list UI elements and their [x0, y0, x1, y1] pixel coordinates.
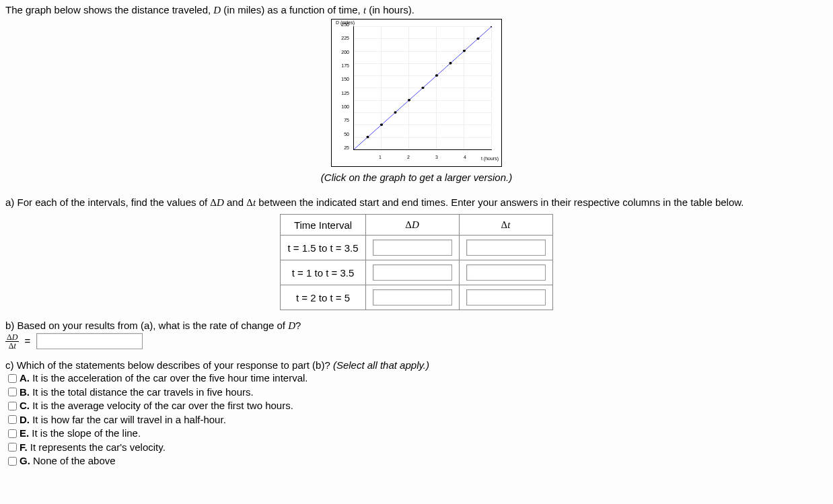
col-header-dd: ΔD — [365, 215, 459, 236]
choice-c[interactable]: C. It is the average velocity of the car… — [5, 400, 828, 413]
svg-point-7 — [463, 50, 466, 52]
part-a-prompt: a) For each of the intervals, find the v… — [5, 196, 828, 209]
table-row: t = 1 to t = 3.5 — [281, 260, 552, 285]
interval-label: t = 1.5 to t = 3.5 — [281, 236, 365, 260]
svg-point-0 — [366, 136, 369, 139]
svg-point-9 — [491, 26, 492, 28]
input-dt-3[interactable] — [466, 289, 546, 305]
equals-sign: = — [25, 335, 31, 347]
intro-text: The graph below shows the distance trave… — [5, 4, 828, 16]
input-dt-1[interactable] — [466, 240, 546, 256]
interval-label: t = 2 to t = 5 — [281, 285, 365, 310]
interval-label: t = 1 to t = 3.5 — [281, 260, 365, 285]
choices-list: A. It is the acceleration of the car ove… — [5, 372, 828, 468]
checkbox-a[interactable] — [8, 374, 17, 383]
checkbox-f[interactable] — [8, 443, 17, 452]
svg-point-5 — [435, 74, 438, 77]
checkbox-e[interactable] — [8, 429, 17, 438]
svg-point-1 — [380, 124, 383, 127]
plot-area — [353, 26, 492, 150]
table-row: t = 1.5 to t = 3.5 — [281, 236, 552, 260]
choice-f[interactable]: F. It represents the car's velocity. — [5, 441, 828, 455]
y-ticks: 25 50 75 100 125 150 175 200 225 250 — [334, 22, 349, 150]
choice-g[interactable]: G. None of the above — [5, 455, 828, 468]
checkbox-c[interactable] — [8, 402, 17, 410]
svg-point-3 — [408, 99, 410, 102]
col-header-dt: Δt — [459, 215, 552, 236]
input-dd-1[interactable] — [373, 240, 452, 256]
graph-link[interactable]: D (miles) 25 50 75 100 125 150 175 200 2… — [331, 19, 502, 167]
x-axis-label: t (hours) — [481, 156, 499, 161]
choice-b[interactable]: B. It is the total distance the car trav… — [5, 386, 828, 400]
svg-point-4 — [421, 87, 424, 89]
checkbox-d[interactable] — [8, 415, 17, 424]
choice-d[interactable]: D. It is how far the car will travel in … — [5, 414, 828, 427]
col-header-interval: Time Interval — [281, 215, 365, 236]
input-rate[interactable] — [36, 333, 143, 349]
checkbox-b[interactable] — [8, 388, 17, 396]
table-row: t = 2 to t = 5 — [281, 285, 552, 310]
checkbox-g[interactable] — [8, 457, 17, 466]
part-b-prompt: b) Based on your results from (a), what … — [5, 320, 828, 332]
svg-point-8 — [476, 37, 479, 40]
input-dd-2[interactable] — [373, 264, 452, 281]
input-dt-2[interactable] — [466, 264, 546, 281]
input-dd-3[interactable] — [373, 289, 452, 305]
part-c-prompt: c) Which of the statements below describ… — [5, 359, 828, 371]
graph-caption: (Click on the graph to get a larger vers… — [5, 172, 828, 183]
rate-fraction: ΔD Δt — [5, 333, 19, 350]
choice-a[interactable]: A. It is the acceleration of the car ove… — [5, 372, 828, 386]
svg-point-6 — [449, 62, 451, 65]
svg-point-2 — [394, 111, 396, 114]
choice-e[interactable]: E. It is the slope of the line. — [5, 427, 828, 441]
graph: D (miles) 25 50 75 100 125 150 175 200 2… — [334, 22, 496, 164]
interval-table: Time Interval ΔD Δt t = 1.5 to t = 3.5 t… — [280, 214, 552, 310]
x-ticks: 1 2 3 4 — [353, 155, 492, 159]
